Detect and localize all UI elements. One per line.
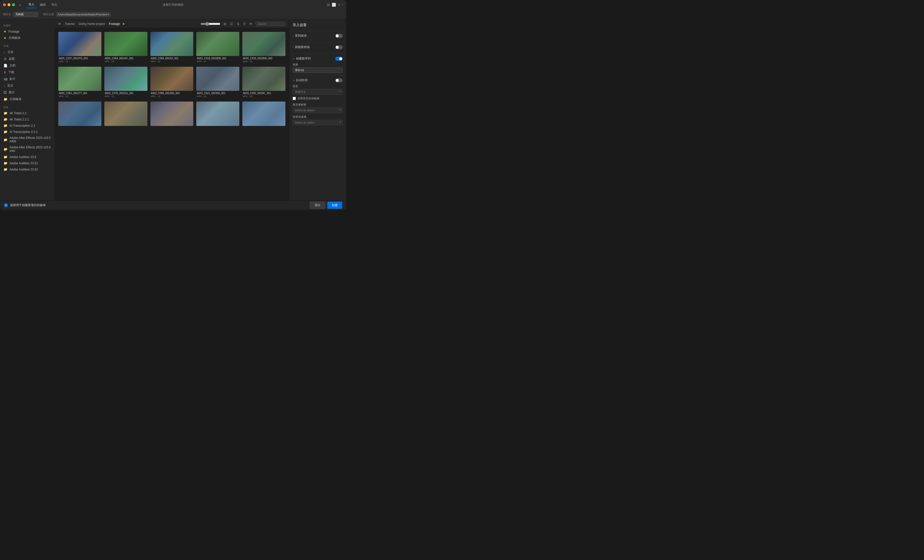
breadcrumb-footage[interactable]: Footage (109, 22, 120, 25)
copy-media-header[interactable]: › 复制媒体 (292, 34, 343, 38)
sidebar-item-4k1[interactable]: 📁 4K Tokkit 2.2 (0, 110, 54, 116)
window-grid-icon[interactable]: ⊞ (327, 3, 330, 7)
right-panel: 导入设置 › 复制媒体 › 新建素材箱 ∨ (289, 19, 346, 201)
auto-transcribe-section: ∨ 自动转录 语言 简体中文 启用语言自动检测 发言者标签 (289, 75, 346, 128)
path-dropdown-icon[interactable]: ▾ (108, 13, 109, 16)
sidebar-item-sample2[interactable]: 📁 示例媒体 (0, 96, 54, 103)
media-card-m8[interactable]: A002_C086_09220G_001MP4 · :02 (150, 67, 194, 99)
sidebar-item-movies[interactable]: 📹 影片 (0, 76, 54, 82)
sequence-name-label: 名称 (292, 63, 343, 66)
home-button[interactable]: ⌂ (19, 3, 21, 7)
create-button[interactable]: 创建 (327, 202, 342, 209)
minimize-button[interactable] (8, 3, 10, 6)
create-sequence-toggle[interactable] (335, 57, 343, 61)
breadcrumb-star[interactable]: ★ (122, 22, 125, 25)
path-label: 项目位置 (43, 12, 54, 16)
sequence-name-input[interactable] (292, 67, 343, 73)
nav-edit[interactable]: 编辑 (38, 1, 48, 8)
media-card-m12[interactable] (104, 102, 147, 128)
folder-icon-4k1: 📁 (3, 111, 8, 115)
sidebar-item-music[interactable]: ♪ 音乐 (0, 82, 54, 89)
media-card-m4[interactable]: A002_C018_0922BW_001MP4 · :07 (196, 32, 239, 64)
media-name-m7: A002_C076_0922S1_001 (105, 92, 147, 94)
sidebar-item-au2[interactable]: 📁 Adobe Audition 23.51 (0, 160, 54, 166)
maximize-button[interactable] (12, 3, 15, 6)
downloads-icon: ⬇ (3, 70, 6, 74)
close-button[interactable] (3, 3, 6, 6)
auto-detect-wrap: 启用语言自动检测 (292, 97, 343, 100)
sidebar-item-ae2[interactable]: 📁 Adobe After Effects 2023 v23.5 Intel (0, 144, 54, 154)
transcribe-select[interactable]: Select an option (292, 120, 343, 125)
nav-import[interactable]: 导入 (26, 1, 37, 8)
path-input[interactable] (58, 13, 108, 16)
media-name-m5: A002_C018_0922BW_002 (243, 57, 285, 60)
sidebar-movies-label: 影片 (9, 77, 15, 81)
project-name-input[interactable] (13, 12, 38, 17)
media-card-m10[interactable]: A003_C092_0923IC_001MP4 · :05 (242, 67, 285, 99)
window-forward-icon[interactable]: › (342, 3, 343, 7)
sidebar-item-ae1[interactable]: 📁 Adobe After Effects 2023 v23.5 ARM (0, 135, 54, 144)
media-meta-m3: MP4 · :02 (151, 60, 193, 63)
view-options-button[interactable]: 👁 (249, 21, 253, 26)
sidebar-item-4k2[interactable]: 📁 4K Tokkit 2.2.1 (0, 116, 54, 123)
exit-button[interactable]: 退出 (310, 202, 325, 209)
auto-detect-checkbox[interactable] (292, 97, 296, 100)
media-card-m15[interactable] (242, 102, 285, 128)
new-bin-toggle[interactable] (335, 45, 343, 49)
media-card-m2[interactable]: A001_C064_09224Y_001MP4 · :02 (104, 32, 147, 64)
titlebar: ⌂ 导入 编辑 导出 没有打开的项目 ⊞ ⬜ ≡ › (0, 0, 346, 9)
auto-transcribe-header[interactable]: ∨ 自动转录 (292, 78, 343, 82)
create-sequence-header[interactable]: ∨ 创建新序列 (292, 57, 343, 61)
main-layout: 收藏夹 ★ Footage ★ 示例媒体 本地 ⌂ 主页 🖥 桌面 📄 文档 (0, 19, 346, 201)
media-meta-m6: MP4 · :02 (59, 95, 101, 97)
sidebar-item-au1[interactable]: 📁 Adobe Audition 23.5 (0, 154, 54, 160)
breadcrumb-tutorial[interactable]: Tutorial (65, 22, 75, 25)
sidebar-documents-label: 文档 (9, 63, 15, 68)
filter-button[interactable]: ⚲ (243, 21, 246, 26)
size-slider[interactable] (201, 22, 220, 26)
media-card-m1[interactable]: A001_C037_0921FG_001MP4 · :01 (58, 32, 101, 64)
media-card-m3[interactable]: A002_C009_09222I_001MP4 · :02 (150, 32, 194, 64)
new-bin-header[interactable]: › 新建素材箱 (292, 45, 343, 49)
breadcrumb-sep-3: › (106, 22, 108, 25)
media-card-m13[interactable] (150, 102, 194, 128)
devices-section: 设备 📁 4K Tokkit 2.2 📁 4K Tokkit 2.2.1 📁 A… (0, 104, 54, 172)
list-view-button[interactable]: ☰ (230, 21, 234, 26)
sidebar-item-documents[interactable]: 📄 文档 (0, 62, 54, 69)
breadcrumb-bar: ✉ › Tutorial › Going Home project › Foot… (55, 19, 289, 28)
language-select[interactable]: 简体中文 (292, 89, 343, 94)
sidebar-au2-label: Adobe Audition 23.51 (9, 162, 38, 165)
auto-transcribe-toggle[interactable] (335, 78, 343, 82)
sidebar-item-desktop[interactable]: 🖥 桌面 (0, 55, 54, 62)
media-card-m5[interactable]: A002_C018_0922BW_002MP4 · :01 (242, 32, 285, 64)
chevron-down-icon: ∨ (292, 57, 294, 60)
media-name-m10: A003_C092_0923IC_001 (243, 92, 285, 94)
sidebar-item-pictures[interactable]: 🖼 图片 (0, 89, 54, 96)
media-meta-m9: MP4 · :04 (197, 95, 239, 97)
transcribe-select-wrap: Select an option (292, 119, 343, 125)
media-card-m14[interactable] (196, 102, 239, 128)
sort-button[interactable]: ⇅ (236, 21, 240, 26)
topbar: 项目名 项目位置 ▾ (0, 9, 346, 19)
media-card-m6[interactable]: A002_C052_0922T7_001MP4 · :02 (58, 67, 101, 99)
sidebar-item-ai1[interactable]: 📁 AI Transcription 2.2 (0, 123, 54, 129)
sidebar-item-ai2[interactable]: 📁 AI Transcription 2.2.1 (0, 129, 54, 135)
media-card-m9[interactable]: A003_C021_0923NJ_001MP4 · :04 (196, 67, 239, 99)
sidebar-4k1-label: 4K Tokkit 2.2 (9, 111, 26, 115)
nav-export[interactable]: 导出 (49, 1, 60, 8)
copy-media-toggle[interactable] (335, 34, 343, 38)
breadcrumb-going-home[interactable]: Going Home project (78, 22, 105, 25)
sidebar-item-au3[interactable]: 📁 Adobe Audition 23.52 (0, 166, 54, 172)
grid-view-button[interactable]: ⊞ (223, 21, 227, 26)
sidebar-item-footage[interactable]: ★ Footage (0, 28, 54, 34)
sidebar-item-downloads[interactable]: ⬇ 下载 (0, 69, 54, 76)
sidebar-item-sample-media[interactable]: ★ 示例媒体 (0, 34, 54, 41)
search-input[interactable] (255, 22, 285, 26)
window-restore-icon[interactable]: ⬜ (332, 3, 336, 7)
media-card-m11[interactable] (58, 102, 101, 128)
sidebar-item-home[interactable]: ⌂ 主页 (0, 49, 54, 55)
breadcrumb-mail[interactable]: ✉ (58, 22, 61, 25)
window-menu-icon[interactable]: ≡ (338, 3, 340, 7)
media-card-m7[interactable]: A002_C076_0922S1_001MP4 · :01 (104, 67, 147, 99)
speaker-select[interactable]: Select an option (292, 108, 343, 113)
